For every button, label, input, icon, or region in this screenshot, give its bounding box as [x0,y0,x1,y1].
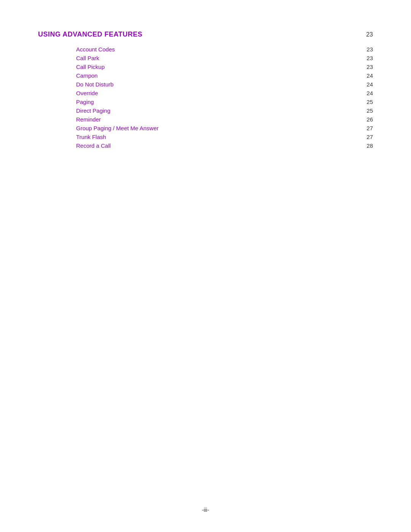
toc-item-label: Account Codes [76,46,115,53]
toc-item[interactable]: Reminder26 [76,116,373,123]
toc-item[interactable]: Paging25 [76,99,373,105]
toc-item-label: Reminder [76,116,101,123]
toc-item-label: Campon [76,72,98,79]
toc-item[interactable]: Trunk Flash27 [76,134,373,140]
toc-item[interactable]: Group Paging / Meet Me Answer27 [76,125,373,131]
toc-item[interactable]: Override24 [76,90,373,96]
page-footer: -iii- [0,507,411,513]
toc-item-page: 27 [362,134,373,140]
toc-item-label: Trunk Flash [76,134,106,140]
toc-item-page: 23 [362,55,373,61]
toc-item-label: Call Park [76,55,99,61]
toc-item-label: Record a Call [76,142,111,149]
toc-item-page: 24 [362,90,373,96]
toc-list: Account Codes23Call Park23Call Pickup23C… [76,46,373,149]
toc-item[interactable]: Do Not Disturb24 [76,81,373,88]
toc-item-label: Override [76,90,98,96]
toc-item-label: Direct Paging [76,107,110,114]
toc-item[interactable]: Call Park23 [76,55,373,61]
section-header: USING ADVANCED FEATURES 23 [38,30,373,38]
page-content: USING ADVANCED FEATURES 23 Account Codes… [0,0,411,182]
section-title: USING ADVANCED FEATURES [38,30,142,38]
toc-item-page: 28 [362,142,373,149]
toc-item-page: 24 [362,72,373,79]
toc-item-page: 24 [362,81,373,88]
toc-item-page: 23 [362,46,373,53]
toc-item-page: 27 [362,125,373,131]
toc-item-page: 23 [362,64,373,70]
toc-item[interactable]: Direct Paging25 [76,107,373,114]
toc-item-page: 25 [362,99,373,105]
toc-item-label: Call Pickup [76,64,105,70]
section-page-number: 23 [366,31,373,38]
toc-item[interactable]: Campon24 [76,72,373,79]
toc-item[interactable]: Account Codes23 [76,46,373,53]
toc-item-label: Paging [76,99,94,105]
toc-item-page: 25 [362,107,373,114]
toc-item[interactable]: Call Pickup23 [76,64,373,70]
toc-item-page: 26 [362,116,373,123]
toc-item-label: Group Paging / Meet Me Answer [76,125,159,131]
toc-item-label: Do Not Disturb [76,81,113,88]
toc-item[interactable]: Record a Call28 [76,142,373,149]
footer-text: -iii- [202,507,209,513]
